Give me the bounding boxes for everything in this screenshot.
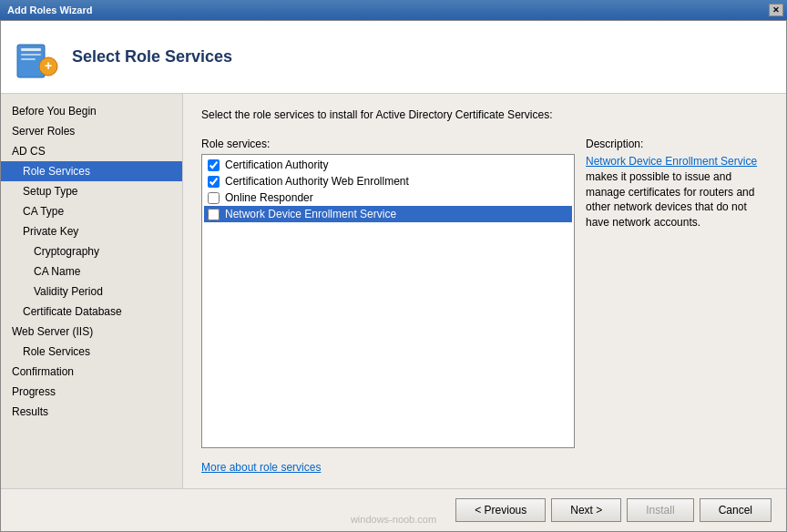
sidebar-item-ca-name[interactable]: CA Name — [1, 261, 182, 281]
title-bar: Add Roles Wizard ✕ — [0, 0, 787, 20]
sidebar-item-private-key[interactable]: Private Key — [1, 221, 182, 241]
description-panel: Description: Network Device Enrollment S… — [586, 138, 768, 448]
description-link[interactable]: Network Device Enrollment Service — [586, 155, 757, 168]
list-item-cert-authority[interactable]: Certification Authority — [204, 157, 572, 173]
dialog-footer: < Previous Next > Install Cancel — [1, 488, 786, 531]
panels: Role services: Certification AuthorityCe… — [201, 138, 768, 448]
sidebar-item-setup-type[interactable]: Setup Type — [1, 181, 182, 201]
close-button[interactable]: ✕ — [769, 4, 783, 16]
sidebar-item-server-roles[interactable]: Server Roles — [1, 121, 182, 141]
wizard-icon: + — [15, 36, 59, 79]
install-button[interactable]: Install — [627, 498, 693, 522]
sidebar-item-validity-period[interactable]: Validity Period — [1, 281, 182, 302]
content-description: Select the role services to install for … — [201, 108, 768, 121]
role-services-panel: Role services: Certification AuthorityCe… — [201, 138, 575, 448]
list-item-online-responder[interactable]: Online Responder — [204, 189, 572, 206]
previous-button[interactable]: < Previous — [455, 498, 546, 522]
label-cert-authority: Certification Authority — [225, 159, 328, 171]
checkbox-network-device[interactable] — [208, 209, 220, 220]
title-bar-text: Add Roles Wizard — [7, 5, 92, 15]
list-item-network-device[interactable]: Network Device Enrollment Service — [204, 206, 572, 222]
dialog-title: Select Role Services — [72, 47, 232, 66]
more-about-link[interactable]: More about role services — [201, 461, 768, 474]
list-item-cert-authority-web[interactable]: Certification Authority Web Enrollment — [204, 173, 572, 189]
checkbox-cert-authority[interactable] — [208, 159, 220, 171]
sidebar-item-cryptography[interactable]: Cryptography — [1, 241, 182, 261]
next-button[interactable]: Next > — [551, 498, 621, 522]
role-services-listbox[interactable]: Certification AuthorityCertification Aut… — [201, 154, 575, 448]
cancel-button[interactable]: Cancel — [700, 498, 772, 522]
svg-rect-3 — [21, 58, 36, 60]
content-area: Select the role services to install for … — [183, 94, 786, 488]
dialog-header: + Select Role Services — [1, 21, 786, 94]
label-cert-authority-web: Certification Authority Web Enrollment — [225, 175, 409, 188]
dialog: + Select Role Services Before You BeginS… — [0, 20, 787, 532]
checkbox-cert-authority-web[interactable] — [208, 176, 220, 188]
label-online-responder: Online Responder — [225, 191, 313, 204]
svg-text:+: + — [45, 58, 52, 73]
title-bar-buttons: ✕ — [769, 4, 783, 16]
sidebar-item-ca-type[interactable]: CA Type — [1, 201, 182, 221]
role-services-label: Role services: — [201, 138, 575, 150]
sidebar-item-progress[interactable]: Progress — [1, 382, 182, 402]
dialog-body: Before You BeginServer RolesAD CSRole Se… — [1, 94, 786, 488]
sidebar-item-certificate-database[interactable]: Certificate Database — [1, 302, 182, 322]
sidebar: Before You BeginServer RolesAD CSRole Se… — [1, 94, 183, 488]
sidebar-item-before-you-begin[interactable]: Before You Begin — [1, 101, 182, 121]
description-content: Network Device Enrollment Service makes … — [586, 154, 768, 230]
sidebar-item-role-services-iis[interactable]: Role Services — [1, 342, 182, 362]
sidebar-item-confirmation[interactable]: Confirmation — [1, 362, 182, 382]
svg-rect-1 — [21, 48, 41, 51]
sidebar-item-web-server-iis[interactable]: Web Server (IIS) — [1, 322, 182, 342]
sidebar-item-results[interactable]: Results — [1, 402, 182, 422]
checkbox-online-responder[interactable] — [208, 192, 220, 204]
label-network-device: Network Device Enrollment Service — [225, 208, 396, 220]
sidebar-item-role-services[interactable]: Role Services — [1, 161, 182, 181]
description-text: makes it possible to issue and manage ce… — [586, 170, 754, 229]
description-label: Description: — [586, 138, 768, 150]
svg-rect-2 — [21, 54, 41, 56]
sidebar-item-ad-cs[interactable]: AD CS — [1, 141, 182, 161]
